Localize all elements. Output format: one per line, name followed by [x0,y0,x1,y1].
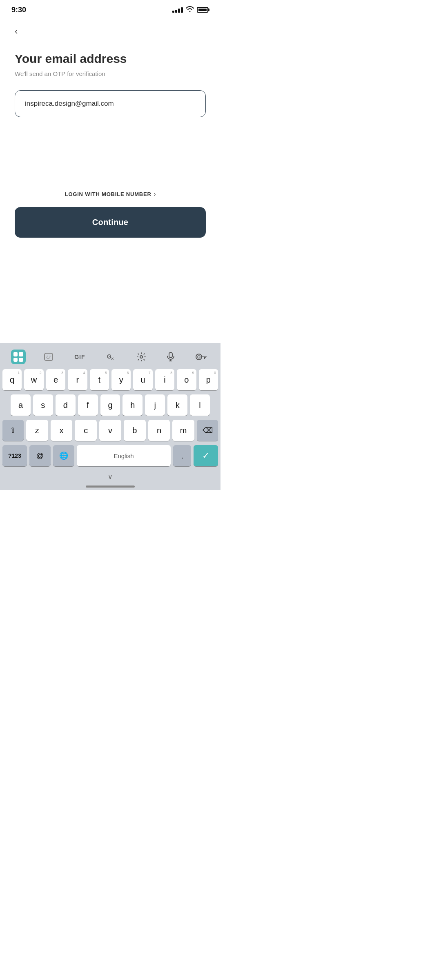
keyboard-row-3: ⇧ z x c v b n m ⌫ [2,420,219,441]
space-key[interactable]: English [77,445,171,466]
key-g[interactable]: g [100,394,120,416]
status-time: 9:30 [11,6,26,14]
keyboard-gif-button[interactable]: GIF [72,351,87,363]
gear-icon [136,352,146,362]
keyboard-grid-button[interactable] [11,350,26,364]
at-key[interactable]: @ [29,445,51,466]
key-f[interactable]: f [78,394,98,416]
key-y[interactable]: y6 [111,369,131,390]
key-x[interactable]: x [51,420,73,441]
key-k[interactable]: k [167,394,187,416]
keyboard-row-1: q1 w2 e3 r4 t5 y6 u7 i8 o9 p0 [2,369,219,390]
email-input-container[interactable] [15,90,206,117]
keyboard-mic-button[interactable] [164,350,178,364]
key-p[interactable]: p0 [199,369,218,390]
key-n[interactable]: n [148,420,170,441]
gif-label: GIF [74,354,85,360]
svg-point-9 [196,354,202,360]
email-input[interactable] [25,100,196,108]
num-sym-key[interactable]: ?123 [2,445,27,466]
backspace-key[interactable]: ⌫ [197,420,218,441]
bottom-bar [2,481,219,490]
key-o[interactable]: o9 [177,369,196,390]
key-q[interactable]: q1 [2,369,22,390]
svg-rect-6 [169,352,172,358]
keyboard-sticker-button[interactable] [41,350,56,364]
key-b[interactable]: b [124,420,146,441]
key-l[interactable]: l [190,394,210,416]
home-indicator [86,486,135,488]
down-arrow-icon: ∨ [108,473,113,481]
svg-rect-0 [45,353,53,361]
login-mobile-link[interactable]: LOGIN WITH MOBILE NUMBER › [15,191,206,197]
key-c[interactable]: c [75,420,97,441]
key-e[interactable]: e3 [46,369,65,390]
battery-icon [197,7,209,13]
keyboard-collapse-handle[interactable]: ∨ [2,470,219,481]
keyboard: GIF G ✕ [0,343,220,490]
mic-icon [166,352,175,362]
grid-icon [13,352,23,362]
page-subtitle: We'll send an OTP for verification [15,70,206,77]
keyboard-translate-button[interactable]: G ✕ [103,350,118,364]
globe-icon: 🌐 [59,451,68,460]
back-button[interactable]: ‹ [15,26,206,37]
dot-key[interactable]: . [173,445,191,466]
key-icon [196,353,207,361]
key-w[interactable]: w2 [24,369,43,390]
enter-key[interactable]: ✓ [194,445,218,466]
keyboard-row-4: ?123 @ 🌐 English . ✓ [2,445,219,466]
continue-button[interactable]: Continue [15,207,206,238]
key-j[interactable]: j [145,394,165,416]
login-mobile-label: LOGIN WITH MOBILE NUMBER [65,191,151,197]
back-chevron-icon: ‹ [15,26,18,37]
at-label: @ [36,452,44,460]
key-i[interactable]: i8 [155,369,174,390]
key-h[interactable]: h [122,394,143,416]
key-a[interactable]: a [11,394,31,416]
globe-key[interactable]: 🌐 [53,445,74,466]
status-bar: 9:30 [0,0,220,18]
svg-text:✕: ✕ [111,356,114,361]
shift-key[interactable]: ⇧ [2,420,24,441]
shift-icon: ⇧ [10,426,16,435]
key-r[interactable]: r4 [68,369,87,390]
num-sym-label: ?123 [8,452,21,459]
translate-icon: G ✕ [105,352,116,362]
signal-icon [172,7,183,13]
svg-point-2 [50,356,51,356]
checkmark-icon: ✓ [202,450,209,461]
space-label: English [114,452,134,459]
sticker-icon [43,352,54,362]
key-s[interactable]: s [33,394,53,416]
svg-point-1 [47,356,48,356]
key-m[interactable]: m [172,420,194,441]
svg-point-5 [140,356,143,358]
key-v[interactable]: v [99,420,121,441]
key-d[interactable]: d [56,394,76,416]
key-t[interactable]: t5 [90,369,109,390]
keyboard-row-2: a s d f g h j k l [2,394,219,416]
keyboard-settings-button[interactable] [134,350,149,364]
main-content: ‹ Your email address We'll send an OTP f… [0,18,220,238]
dot-label: . [181,451,183,461]
keyboard-toolbar: GIF G ✕ [2,346,219,369]
key-u[interactable]: u7 [133,369,152,390]
keyboard-key-button[interactable] [193,350,209,363]
page-title: Your email address [15,51,206,66]
backspace-icon: ⌫ [203,426,213,435]
key-z[interactable]: z [26,420,48,441]
wifi-icon [185,6,194,14]
status-icons [172,6,209,14]
svg-point-10 [198,356,200,358]
chevron-right-icon: › [154,191,156,197]
